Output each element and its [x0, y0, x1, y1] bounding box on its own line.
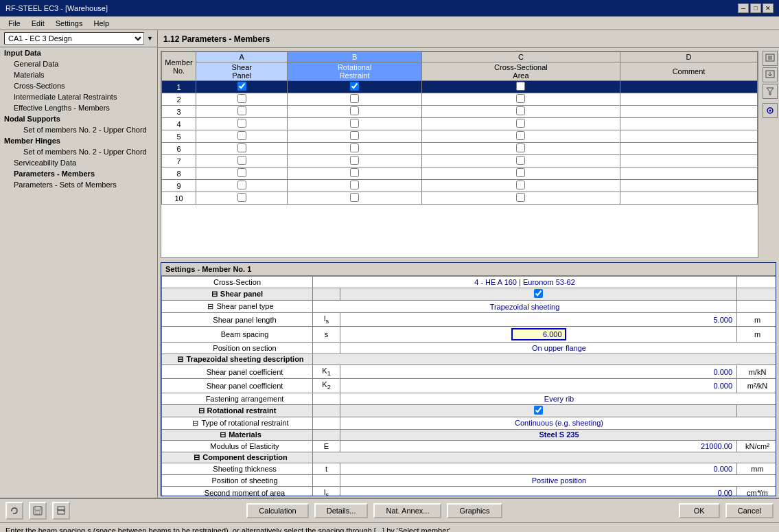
- minimize-button[interactable]: ─: [738, 3, 749, 13]
- rot-checkbox-9[interactable]: [350, 181, 359, 189]
- shear-panel-enable-checkbox[interactable]: [534, 289, 543, 298]
- settings-row-rot-type: ⊟Type of rotational restraint Continuous…: [162, 417, 777, 429]
- rot-restraint-enable-checkbox[interactable]: [534, 406, 543, 415]
- save-button[interactable]: [29, 502, 47, 520]
- shear-checkbox-6[interactable]: [237, 143, 246, 152]
- rot-checkbox-7[interactable]: [350, 156, 359, 165]
- sidebar-item-nodal-set2[interactable]: Set of members No. 2 - Upper Chord: [0, 124, 157, 135]
- table-row: 6: [162, 143, 758, 155]
- sidebar-item-general-data[interactable]: General Data: [0, 58, 157, 69]
- rot-checkbox-2[interactable]: [350, 94, 359, 103]
- beam-spacing-input[interactable]: [511, 328, 566, 340]
- cancel-button[interactable]: Cancel: [725, 503, 774, 518]
- rot-checkbox-5[interactable]: [350, 131, 359, 140]
- cross-checkbox-2[interactable]: [516, 94, 525, 103]
- rot-checkbox-4[interactable]: [350, 119, 359, 128]
- menu-help[interactable]: Help: [88, 18, 115, 29]
- rot-checkbox-10[interactable]: [350, 193, 359, 202]
- nat-annex-button[interactable]: Nat. Annex...: [373, 503, 441, 518]
- rot-checkbox-1[interactable]: [350, 82, 359, 91]
- collapse-shear-icon[interactable]: ⊟: [211, 290, 218, 298]
- maximize-button[interactable]: □: [750, 3, 761, 13]
- collapse-rot-type-icon[interactable]: ⊟: [192, 419, 198, 427]
- col-shear-panel: ShearPanel: [196, 62, 288, 81]
- graphics-button[interactable]: Graphics: [447, 503, 502, 518]
- title-bar: RF-STEEL EC3 - [Warehouse] ─ □ ✕: [0, 0, 779, 16]
- shear-checkbox-8[interactable]: [237, 168, 246, 177]
- cross-checkbox-8[interactable]: [516, 168, 525, 177]
- shear-checkbox-9[interactable]: [237, 181, 246, 189]
- cell-cross-1: [421, 81, 620, 93]
- collapse-rot-icon[interactable]: ⊟: [198, 406, 205, 415]
- shear-checkbox-4[interactable]: [237, 119, 246, 128]
- right-panel: 1.12 Parameters - Members MemberNo. A B …: [158, 30, 779, 498]
- settings-row-materials: ⊟Materials Steel S 235: [162, 429, 777, 440]
- calculation-button[interactable]: Calculation: [246, 503, 308, 518]
- undo-button[interactable]: [5, 502, 23, 520]
- cross-checkbox-6[interactable]: [516, 143, 525, 152]
- table-row: 5: [162, 130, 758, 143]
- rot-checkbox-6[interactable]: [350, 143, 359, 152]
- sidebar-item-hinges-set2[interactable]: Set of members No. 2 - Upper Chord: [0, 146, 157, 157]
- sidebar-item-parameters-sets[interactable]: Parameters - Sets of Members: [0, 179, 157, 190]
- close-button[interactable]: ✕: [763, 3, 774, 13]
- sidebar-item-intermediate-lateral[interactable]: Intermediate Lateral Restraints: [0, 91, 157, 102]
- settings-row-pos-sheeting: Position of sheeting Positive position: [162, 474, 777, 486]
- details-button[interactable]: Details...: [314, 503, 369, 518]
- sidebar-item-serviceability[interactable]: Serviceability Data: [0, 157, 157, 168]
- sidebar-item-nodal-supports[interactable]: Nodal Supports: [0, 113, 157, 124]
- design-case-dropdown[interactable]: CA1 - EC 3 Design: [4, 32, 144, 45]
- shear-checkbox-2[interactable]: [237, 94, 246, 103]
- cross-checkbox-9[interactable]: [516, 181, 525, 189]
- sidebar-item-input-data[interactable]: Input Data: [0, 47, 157, 58]
- cross-checkbox-1[interactable]: [516, 82, 525, 91]
- collapse-materials-icon[interactable]: ⊟: [220, 430, 226, 439]
- shear-type-value: Trapezoidal sheeting: [313, 301, 737, 313]
- cross-checkbox-10[interactable]: [516, 193, 525, 202]
- grid-toolbar-btn1[interactable]: [763, 51, 778, 66]
- col-member-no: MemberNo.: [162, 52, 196, 81]
- sidebar-item-parameters-members[interactable]: Parameters - Members: [0, 168, 157, 179]
- settings-row-comp-desc: ⊟Component description: [162, 452, 777, 463]
- left-panel: CA1 - EC 3 Design ▼ Input Data General D…: [0, 30, 158, 498]
- member-grid[interactable]: MemberNo. A B C D ShearPanel RotationalR…: [161, 51, 758, 258]
- shear-checkbox-3[interactable]: [237, 106, 246, 115]
- menu-edit[interactable]: Edit: [26, 18, 50, 29]
- window-title: RF-STEEL EC3 - [Warehouse]: [5, 4, 108, 12]
- shear-checkbox-1[interactable]: [237, 82, 246, 91]
- shear-checkbox-7[interactable]: [237, 156, 246, 165]
- settings-row-position: Position on section On upper flange: [162, 343, 777, 354]
- grid-toolbar-btn3[interactable]: [763, 84, 778, 99]
- table-row: 9: [162, 180, 758, 192]
- cross-checkbox-3[interactable]: [516, 106, 525, 115]
- svg-rect-46: [36, 511, 40, 514]
- rot-checkbox-8[interactable]: [350, 168, 359, 177]
- svg-rect-45: [35, 507, 40, 510]
- collapse-trap-icon[interactable]: ⊟: [177, 355, 183, 363]
- menu-file[interactable]: File: [3, 18, 26, 29]
- collapse-comp-icon[interactable]: ⊟: [194, 453, 200, 461]
- cross-checkbox-5[interactable]: [516, 131, 525, 140]
- shear-checkbox-10[interactable]: [237, 193, 246, 202]
- sidebar-item-effective-lengths[interactable]: Effective Lengths - Members: [0, 102, 157, 113]
- cross-checkbox-7[interactable]: [516, 156, 525, 165]
- cross-checkbox-4[interactable]: [516, 119, 525, 128]
- col-rotational-restraint: RotationalRestraint: [288, 62, 421, 81]
- sidebar-item-member-hinges[interactable]: Member Hinges: [0, 135, 157, 146]
- collapse-shear-type-icon[interactable]: ⊟: [207, 302, 213, 310]
- rot-checkbox-3[interactable]: [350, 106, 359, 115]
- shear-checkbox-5[interactable]: [237, 131, 246, 140]
- grid-area: MemberNo. A B C D ShearPanel RotationalR…: [158, 48, 779, 261]
- settings-row-k1: Shear panel coefficient K1 0.000 m/kN: [162, 365, 777, 379]
- print-button[interactable]: [52, 502, 70, 520]
- cell-shear-1: [196, 81, 288, 93]
- ok-button[interactable]: OK: [679, 503, 720, 518]
- settings-properties: Settings - Member No. 1 Cross-Section 4 …: [161, 263, 776, 496]
- menu-settings[interactable]: Settings: [50, 18, 89, 29]
- grid-view-btn[interactable]: [763, 103, 778, 118]
- sidebar-item-materials[interactable]: Materials: [0, 69, 157, 80]
- settings-row-second-moment: Second moment of area ls 0.00 cm⁴/m: [162, 486, 777, 496]
- window-controls: ─ □ ✕: [738, 3, 774, 13]
- grid-toolbar-btn2[interactable]: [763, 67, 778, 82]
- sidebar-item-cross-sections[interactable]: Cross-Sections: [0, 80, 157, 91]
